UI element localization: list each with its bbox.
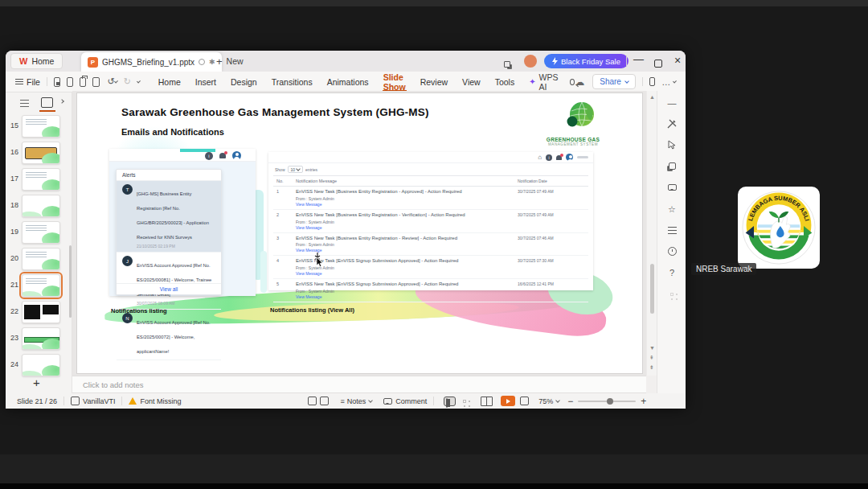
sidebar-toggle-icon[interactable] bbox=[649, 77, 656, 86]
thumbnail-view-icon[interactable] bbox=[41, 97, 53, 108]
notes-toggle[interactable]: Notes bbox=[347, 397, 366, 405]
zoom-dropdown-icon[interactable] bbox=[555, 398, 560, 403]
collapse-handle-icon[interactable]: — bbox=[666, 97, 678, 109]
panel-scrollbar[interactable] bbox=[69, 245, 72, 318]
font-missing-warning[interactable]: Font Missing bbox=[140, 397, 181, 405]
alert-item[interactable]: J EnVISS Account Approved [Ref No. ES/20… bbox=[117, 253, 221, 310]
more-options-icon[interactable]: … bbox=[661, 77, 670, 87]
tab-home[interactable]: Home bbox=[151, 72, 188, 92]
zoom-out-button[interactable]: − bbox=[567, 396, 573, 407]
view-message-link[interactable]: View Message bbox=[296, 271, 513, 276]
tab-layout-icon[interactable] bbox=[504, 56, 510, 71]
view-message-link[interactable]: View Message bbox=[296, 248, 513, 253]
tab-review[interactable]: Review bbox=[413, 72, 455, 92]
slide-sorter-button[interactable] bbox=[462, 397, 474, 406]
tab-tools[interactable]: Tools bbox=[488, 72, 522, 92]
slideshow-play-button[interactable] bbox=[501, 396, 515, 406]
next-slide-icon[interactable]: ⇟ bbox=[649, 364, 654, 370]
shapes-icon[interactable] bbox=[666, 160, 678, 171]
add-slide-button[interactable]: + bbox=[33, 376, 40, 389]
share-button[interactable]: Share bbox=[592, 74, 636, 89]
tab-design[interactable]: Design bbox=[223, 72, 264, 92]
promo-button[interactable]: Black Friday Sale bbox=[544, 54, 628, 68]
slide-thumbnail-18[interactable] bbox=[22, 195, 60, 217]
slide-thumbnail-20[interactable] bbox=[22, 248, 60, 270]
notes-area[interactable]: Click to add notes bbox=[72, 376, 646, 393]
table-row[interactable]: 1 EnVISS New Task [Business Entity Regis… bbox=[273, 187, 588, 210]
new-tab-button[interactable]: + New bbox=[216, 54, 244, 68]
slide-thumbnail-21-selected[interactable] bbox=[22, 274, 60, 297]
history-clock-icon[interactable] bbox=[666, 245, 678, 257]
table-row[interactable]: 5 EnVISS New Task [EnVISS Signup Submiss… bbox=[273, 279, 588, 302]
fit-slide-icon[interactable] bbox=[520, 397, 529, 405]
apps-grid-icon[interactable] bbox=[666, 289, 678, 300]
star-icon[interactable]: ☆ bbox=[666, 203, 678, 215]
slide-thumbnail-17[interactable] bbox=[22, 168, 60, 191]
home-tab[interactable]: W Home bbox=[10, 53, 63, 69]
print-preview-icon[interactable] bbox=[92, 77, 99, 87]
previous-slide-icon[interactable]: ⇞ bbox=[649, 355, 654, 360]
tab-animations[interactable]: Animations bbox=[320, 72, 376, 92]
select-assist-icon[interactable] bbox=[666, 139, 678, 150]
slide-thumbnail-19[interactable] bbox=[22, 221, 60, 244]
info-icon[interactable]: i bbox=[205, 152, 213, 160]
collapse-ribbon-icon[interactable] bbox=[673, 79, 677, 83]
user-avatar-icon[interactable] bbox=[232, 151, 241, 160]
slide-thumbnail-23[interactable] bbox=[22, 327, 60, 350]
toolbar-more-icon[interactable] bbox=[137, 79, 141, 83]
notification-bell-icon[interactable] bbox=[219, 153, 226, 158]
save-icon[interactable] bbox=[54, 77, 60, 87]
notes-pane-icon[interactable] bbox=[308, 397, 317, 405]
slide-thumbnail-15[interactable] bbox=[22, 115, 60, 138]
scroll-down-icon[interactable]: ▼ bbox=[649, 345, 655, 351]
view-message-link[interactable]: View Message bbox=[296, 225, 513, 230]
info-icon[interactable]: i bbox=[546, 154, 552, 161]
search-icon[interactable] bbox=[570, 79, 575, 85]
zoom-in-button[interactable]: + bbox=[641, 396, 646, 407]
outline-view-icon[interactable] bbox=[20, 100, 29, 107]
settings-sliders-icon[interactable] bbox=[666, 224, 678, 236]
minimize-button[interactable]: — bbox=[633, 53, 644, 65]
notification-bell-icon[interactable] bbox=[556, 155, 562, 160]
scroll-up-icon[interactable]: ▲ bbox=[649, 94, 655, 100]
print-icon[interactable] bbox=[80, 77, 86, 87]
table-row[interactable]: 2 EnVISS New Task [Business Entity Regis… bbox=[273, 210, 588, 233]
comment-button[interactable]: Comment bbox=[395, 397, 427, 405]
user-avatar-icon[interactable] bbox=[566, 154, 573, 161]
redo-icon[interactable]: ↻ bbox=[124, 76, 131, 87]
tab-slide-show[interactable]: Slide Show bbox=[376, 72, 413, 92]
quick-tools-icon[interactable] bbox=[666, 118, 678, 129]
zoom-slider-knob[interactable] bbox=[607, 398, 613, 405]
home-icon[interactable]: ⌂ bbox=[538, 154, 542, 161]
normal-view-button[interactable] bbox=[444, 397, 456, 406]
account-avatar[interactable] bbox=[524, 55, 537, 68]
entries-select[interactable]: 10 bbox=[288, 166, 304, 173]
slide-thumbnail-24[interactable] bbox=[22, 354, 60, 376]
alert-item[interactable]: N EnVISS Account Approved [Ref No. ES/20… bbox=[117, 310, 221, 360]
scrollbar-thumb[interactable] bbox=[650, 264, 654, 314]
collapse-panel-icon[interactable] bbox=[59, 99, 64, 104]
file-menu-button[interactable]: File bbox=[15, 77, 40, 87]
view-all-link[interactable]: View all bbox=[117, 283, 221, 294]
alert-item[interactable]: T [GHG-MS] Business Entity Registration … bbox=[117, 181, 221, 253]
slide-scrollbar[interactable]: ▲ ▼ ⇞ ⇟ bbox=[646, 91, 657, 376]
view-message-link[interactable]: View Message bbox=[296, 202, 513, 207]
tab-insert[interactable]: Insert bbox=[188, 72, 223, 92]
close-button[interactable]: × bbox=[674, 54, 681, 67]
slide-canvas[interactable]: Sarawak Greenhouse Gas Management System… bbox=[76, 92, 643, 374]
comment-panel-icon[interactable] bbox=[666, 182, 678, 193]
slide-thumbnail-22[interactable] bbox=[22, 301, 60, 323]
export-pane-icon[interactable] bbox=[320, 397, 329, 405]
help-icon[interactable]: ? bbox=[666, 267, 678, 278]
export-icon[interactable] bbox=[67, 77, 73, 87]
zoom-level[interactable]: 75% bbox=[538, 397, 553, 405]
document-tab[interactable]: P GHGMS_Briefing_v1.pptx ✱ bbox=[81, 52, 222, 72]
reading-view-button[interactable] bbox=[481, 397, 493, 406]
theme-name[interactable]: VanillaVTI bbox=[83, 397, 115, 405]
tab-transitions[interactable]: Transitions bbox=[264, 72, 320, 92]
slide-thumbnail-16[interactable] bbox=[22, 142, 60, 164]
zoom-slider[interactable] bbox=[578, 401, 636, 402]
tab-wps-ai[interactable]: WPS AI bbox=[522, 72, 565, 92]
tab-view[interactable]: View bbox=[455, 72, 488, 92]
view-message-link[interactable]: View Message bbox=[296, 294, 513, 299]
